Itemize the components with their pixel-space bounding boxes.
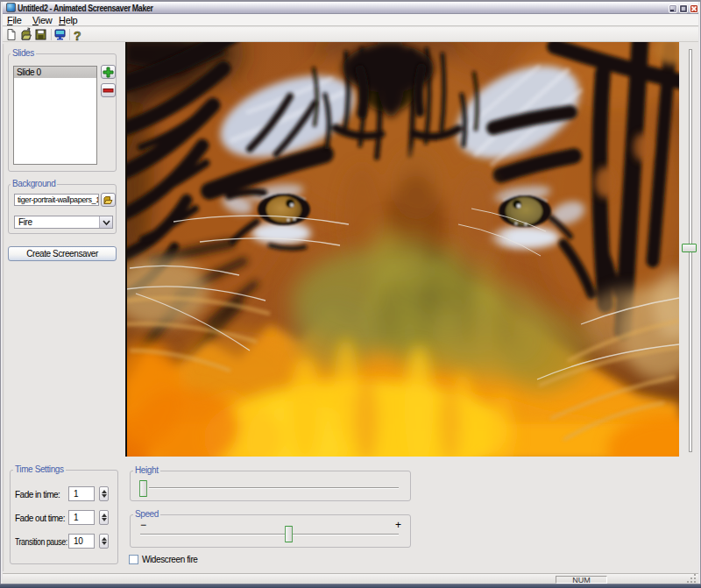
svg-text:?: ? bbox=[74, 29, 81, 43]
